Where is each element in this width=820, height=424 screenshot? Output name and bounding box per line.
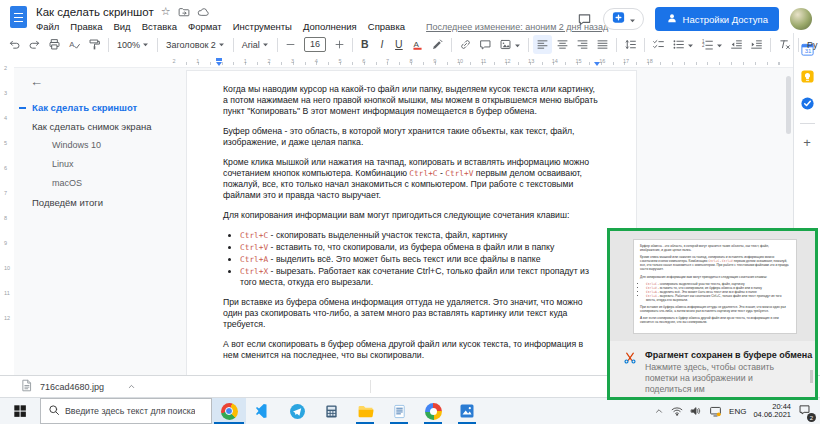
redo-button[interactable] (25, 35, 44, 54)
download-item[interactable]: 716cad4680.jpg (12, 376, 144, 397)
comment-button[interactable] (476, 35, 495, 54)
paragraph: Для копирования информации вам могут при… (223, 210, 599, 221)
bold-button[interactable]: B (357, 35, 373, 54)
menu-item-6[interactable]: Дополнения (303, 21, 357, 32)
document-page[interactable]: Когда мы наводим курсор на какой-то файл… (186, 70, 637, 375)
star-icon[interactable]: ☆ (161, 6, 171, 17)
menu-item-2[interactable]: Вид (113, 21, 130, 32)
share-button[interactable]: Настройки Доступа (655, 7, 779, 31)
first-line-indent-marker[interactable] (216, 58, 222, 61)
outline-item-4[interactable]: macOS (14, 174, 186, 193)
zoom-select-button[interactable]: 100% (113, 35, 153, 54)
outline-item-2[interactable]: Windows 10 (14, 136, 186, 155)
ruler-number: 18 (647, 58, 653, 64)
text-color-button[interactable]: A (408, 35, 427, 54)
outline-item-3[interactable]: Linux (14, 155, 186, 174)
underline-button[interactable]: U (391, 35, 407, 54)
close-outline-button[interactable]: ← (30, 74, 43, 89)
align-justify-button[interactable] (593, 35, 612, 54)
docs-logo-icon[interactable] (10, 6, 27, 28)
volume-icon[interactable] (690, 405, 702, 417)
align-right-button[interactable] (573, 35, 592, 54)
cloud-status-icon[interactable] (197, 6, 209, 18)
start-button[interactable] (0, 398, 40, 424)
taskbar-app-media[interactable] (416, 398, 450, 424)
spellcheck-button[interactable]: A (65, 35, 84, 54)
paint-roller-button[interactable] (85, 35, 104, 54)
avatar[interactable] (790, 8, 812, 30)
comments-button[interactable] (577, 12, 592, 27)
downloads-separator (370, 380, 371, 393)
clear-format-button[interactable] (775, 35, 794, 54)
indent-button[interactable] (747, 35, 766, 54)
italic-button[interactable]: I (374, 35, 390, 54)
menu-item-1[interactable]: Правка (70, 21, 102, 32)
taskbar-app-telegram[interactable] (280, 398, 314, 424)
highlight-button[interactable] (428, 35, 447, 54)
taskbar-app-calculator[interactable] (314, 398, 348, 424)
toolbar-separator (157, 38, 158, 52)
move-folder-icon[interactable] (178, 6, 190, 18)
tray-expand-icon[interactable] (654, 406, 664, 416)
scrollbar-thumb[interactable] (786, 76, 791, 134)
present-button[interactable] (603, 8, 644, 30)
align-center-button[interactable] (553, 35, 572, 54)
network-icon[interactable] (671, 405, 683, 417)
left-indent-marker[interactable] (216, 62, 222, 66)
search-input[interactable] (65, 406, 195, 416)
menu-item-7[interactable]: Справка (368, 21, 405, 32)
styles-select-button[interactable]: Заголовок 2 (162, 35, 229, 54)
ruler-number: 1 (244, 58, 247, 64)
outline-item-0[interactable]: Как сделать скриншот (14, 98, 186, 117)
ruler-number: 5 (339, 58, 342, 64)
ruler-number: 4 (315, 58, 318, 64)
document-title[interactable]: Как сделать скриншот (36, 6, 154, 18)
print-button[interactable] (45, 35, 64, 54)
snip-notification[interactable]: Буфер обмена - это область, в которой мо… (607, 228, 818, 400)
paragraph: Буфер обмена - это область, в которой мо… (640, 244, 790, 252)
document-text[interactable]: Когда мы наводим курсор на какой-то файл… (187, 71, 636, 361)
download-menu-icon[interactable] (127, 382, 136, 391)
menu-item-3[interactable]: Вставка (142, 21, 177, 32)
image-button[interactable] (496, 35, 524, 54)
menu-item-0[interactable]: Файл (36, 21, 59, 32)
tasks-icon[interactable] (800, 96, 815, 111)
vertical-ruler[interactable]: 23456789101112 (0, 57, 14, 375)
menu-item-4[interactable]: Формат (188, 21, 222, 32)
font-size-value-button[interactable]: 16 (300, 35, 330, 54)
ruler-number: 2 (267, 58, 270, 64)
outline-item-5[interactable]: Подведём итоги (14, 193, 186, 212)
decrease-font-size-button[interactable] (282, 35, 299, 54)
outdent-button[interactable] (727, 35, 746, 54)
toolbar-separator (528, 38, 529, 52)
taskbar-app-explorer[interactable] (348, 398, 382, 424)
taskbar-app-vscode[interactable] (246, 398, 280, 424)
taskbar-app-chrome[interactable] (212, 398, 246, 424)
undo-button[interactable] (5, 35, 24, 54)
increase-font-size-button[interactable] (331, 35, 348, 54)
screenshot-thumbnail[interactable]: Буфер обмена - это область, в которой мо… (610, 231, 815, 341)
language-indicator[interactable]: ENG (729, 407, 746, 416)
notification-message[interactable]: Фрагмент сохранен в буфере обмена Нажмит… (610, 343, 815, 397)
taskbar-app-photos[interactable] (450, 398, 484, 424)
taskbar-app-writer[interactable] (382, 398, 416, 424)
taskbar-clock[interactable]: 20:44 04.06.2021 (753, 403, 791, 420)
outline-item-1[interactable]: Как сделать снимок экрана (14, 117, 186, 136)
keep-icon[interactable] (800, 69, 815, 84)
numbered-list-button[interactable]: 12 (698, 35, 726, 54)
header-right: Настройки Доступа (577, 4, 812, 31)
checklist-button[interactable] (649, 35, 668, 54)
link-button[interactable] (456, 35, 475, 54)
action-center-button[interactable]: 2 (798, 403, 811, 419)
menu-item-5[interactable]: Инструменты (233, 21, 292, 32)
get-addons-button[interactable]: + (803, 136, 811, 149)
font-select-button[interactable]: Arial (238, 35, 273, 54)
line-spacing-button[interactable] (621, 35, 640, 54)
taskbar-search[interactable] (40, 398, 212, 424)
align-left-button[interactable] (533, 35, 552, 54)
bullet-list-button[interactable] (669, 35, 697, 54)
horizontal-ruler[interactable]: 21123456789101112131415161718 (0, 56, 793, 68)
input-tools-button[interactable]: Ру (803, 35, 820, 54)
svg-text:2: 2 (702, 43, 705, 48)
device-tray-icon[interactable] (709, 405, 722, 418)
